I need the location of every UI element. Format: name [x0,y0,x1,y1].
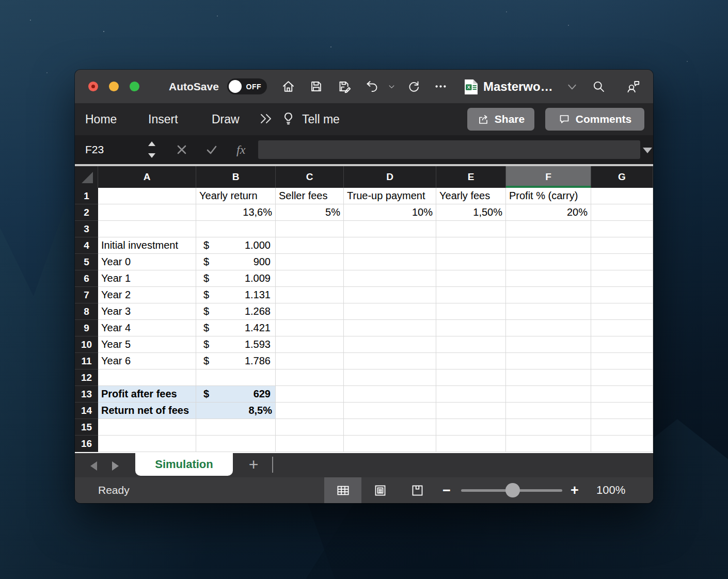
sheet-tab-simulation[interactable]: Simulation [135,453,233,476]
minimize-button[interactable] [109,82,119,91]
cell-G3[interactable] [591,221,653,237]
zoom-slider-thumb[interactable] [505,483,520,497]
cell-A6[interactable]: Year 1 [98,270,196,287]
cell-E15[interactable] [436,419,506,436]
cell-D13[interactable] [344,386,436,403]
cell-G7[interactable] [591,287,653,303]
cell-B4[interactable]: $1.000 [196,237,276,254]
title-dropdown-chevron-icon[interactable] [567,83,577,91]
row-header-13[interactable]: 13 [75,386,98,403]
cell-E2[interactable]: 1,50% [436,204,506,221]
sheet-nav-left-icon[interactable] [90,461,97,471]
save-icon[interactable] [309,79,323,93]
save-as-icon[interactable] [338,79,352,93]
select-all-corner[interactable] [75,166,98,188]
cell-F11[interactable] [506,353,591,369]
cell-G5[interactable] [591,254,653,270]
confirm-entry-icon[interactable] [205,143,218,156]
more-options-icon[interactable] [434,79,448,93]
more-tabs-chevrons-icon[interactable] [259,112,274,125]
row-header-14[interactable]: 14 [75,403,98,419]
cell-D1[interactable]: True-up payment [344,188,436,204]
cell-G16[interactable] [591,436,653,452]
cell-A3[interactable] [98,221,196,237]
formula-input[interactable] [258,140,640,159]
stepper-down-icon[interactable] [148,153,155,158]
cell-D5[interactable] [344,254,436,270]
cell-A14[interactable]: Return net of fees [98,403,196,419]
sheet-nav-right-icon[interactable] [112,461,119,471]
cell-C14[interactable] [276,403,344,419]
cell-F13[interactable] [506,386,591,403]
cell-F6[interactable] [506,270,591,287]
cell-C5[interactable] [276,254,344,270]
column-header-F[interactable]: F [506,166,591,188]
cell-E7[interactable] [436,287,506,303]
redo-icon[interactable] [406,79,420,93]
name-box-stepper[interactable] [148,141,155,158]
cell-B11[interactable]: $1.786 [196,353,276,369]
name-box[interactable]: F23 [75,135,160,164]
cell-D3[interactable] [344,221,436,237]
cell-B7[interactable]: $1.131 [196,287,276,303]
presence-people-icon[interactable] [626,79,640,93]
page-break-view-button[interactable] [399,477,436,503]
column-header-B[interactable]: B [196,166,276,188]
row-header-8[interactable]: 8 [75,303,98,320]
row-header-1[interactable]: 1 [75,188,98,204]
column-header-C[interactable]: C [276,166,344,188]
cell-G12[interactable] [591,369,653,386]
fullscreen-button[interactable] [130,82,139,91]
cell-F2[interactable]: 20% [506,204,591,221]
zoom-out-button[interactable]: − [442,477,451,503]
cell-F12[interactable] [506,369,591,386]
cell-A8[interactable]: Year 3 [98,303,196,320]
column-header-D[interactable]: D [344,166,436,188]
cell-B6[interactable]: $1.009 [196,270,276,287]
cell-E14[interactable] [436,403,506,419]
cell-E10[interactable] [436,336,506,353]
cell-C15[interactable] [276,419,344,436]
cell-F4[interactable] [506,237,591,254]
cell-A2[interactable] [98,204,196,221]
cell-C3[interactable] [276,221,344,237]
cell-A10[interactable]: Year 5 [98,336,196,353]
undo-dropdown-chevron-icon[interactable] [388,83,395,91]
cell-B8[interactable]: $1.268 [196,303,276,320]
share-button[interactable]: Share [467,108,534,131]
cell-B15[interactable] [196,419,276,436]
cell-E9[interactable] [436,320,506,336]
row-header-12[interactable]: 12 [75,369,98,386]
search-icon[interactable] [592,79,606,93]
cell-E3[interactable] [436,221,506,237]
cell-G6[interactable] [591,270,653,287]
tab-home[interactable]: Home [85,103,117,135]
cell-F15[interactable] [506,419,591,436]
cell-D9[interactable] [344,320,436,336]
cell-B14[interactable]: 8,5% [196,403,276,419]
cell-C12[interactable] [276,369,344,386]
row-header-9[interactable]: 9 [75,320,98,336]
row-header-10[interactable]: 10 [75,336,98,353]
row-header-16[interactable]: 16 [75,436,98,452]
cell-F5[interactable] [506,254,591,270]
cell-G13[interactable] [591,386,653,403]
cell-D11[interactable] [344,353,436,369]
cell-E16[interactable] [436,436,506,452]
zoom-level-label[interactable]: 100% [596,477,625,503]
cell-G11[interactable] [591,353,653,369]
row-header-15[interactable]: 15 [75,419,98,436]
column-header-E[interactable]: E [436,166,506,188]
cell-C7[interactable] [276,287,344,303]
cell-F1[interactable]: Profit % (carry) [506,188,591,204]
tab-insert[interactable]: Insert [148,103,178,135]
cell-C1[interactable]: Seller fees [276,188,344,204]
cell-B9[interactable]: $1.421 [196,320,276,336]
cell-A4[interactable]: Initial investment [98,237,196,254]
cell-C11[interactable] [276,353,344,369]
cell-A1[interactable] [98,188,196,204]
cell-F8[interactable] [506,303,591,320]
row-header-4[interactable]: 4 [75,237,98,254]
cell-E13[interactable] [436,386,506,403]
cell-G1[interactable] [591,188,653,204]
